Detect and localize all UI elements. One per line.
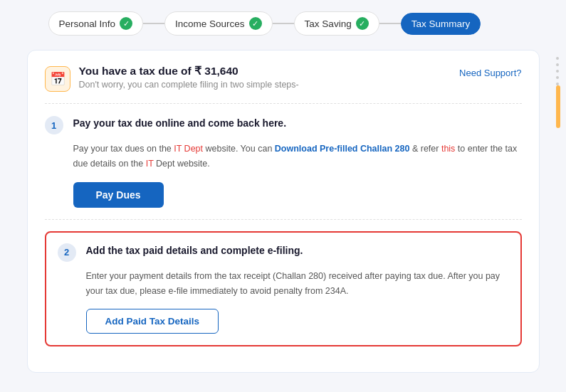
step-personal-info-label: Personal Info — [59, 18, 116, 29]
dot-1 — [556, 57, 559, 60]
pay-dues-button[interactable]: Pay Dues — [73, 182, 164, 208]
step1-body: Pay your tax dues on the IT Dept website… — [45, 142, 522, 208]
step1-download-link[interactable]: Download Pre-filled Challan 280 — [275, 144, 410, 154]
step2-header: 2 Add the tax paid details and complete … — [58, 243, 509, 262]
step-block-2: 2 Add the tax paid details and complete … — [45, 231, 522, 347]
tax-due-title: You have a tax due of ₹ 31,640 — [79, 65, 299, 78]
step-connector-2 — [273, 23, 294, 24]
divider-2 — [45, 219, 522, 220]
step1-header: 1 Pay your tax due online and come back … — [45, 115, 522, 134]
step-tax-summary[interactable]: Tax Summary — [401, 13, 481, 35]
step-tax-saving-label: Tax Saving — [305, 18, 352, 29]
step1-desc: Pay your tax dues on the IT Dept website… — [73, 142, 522, 172]
step-personal-info[interactable]: Personal Info ✓ — [48, 11, 144, 36]
step2-desc: Enter your payment details from the tax … — [86, 269, 509, 300]
dot-4 — [556, 76, 559, 79]
tax-due-info: You have a tax due of ₹ 31,640 Don't wor… — [79, 65, 299, 90]
step-income-sources[interactable]: Income Sources ✓ — [164, 11, 273, 36]
scroll-indicator — [556, 85, 560, 128]
step1-it1: IT Dept — [174, 144, 203, 154]
step-tax-saving[interactable]: Tax Saving ✓ — [294, 11, 379, 36]
step2-number: 2 — [58, 243, 76, 262]
calendar-icon: 📅 — [45, 66, 70, 92]
add-paid-tax-button[interactable]: Add Paid Tax Details — [86, 309, 219, 334]
step-connector-3 — [379, 23, 401, 24]
dot-3 — [556, 70, 559, 73]
step1-it2: IT — [146, 159, 154, 169]
step-income-sources-label: Income Sources — [175, 18, 245, 29]
step1-desc-part2: website. You can — [203, 144, 275, 154]
step2-title: Add the tax paid details and complete e-… — [86, 243, 303, 256]
step1-desc-part5: Dept website. — [154, 159, 210, 169]
step1-title: Pay your tax due online and come back he… — [73, 115, 287, 129]
step-block-1: 1 Pay your tax due online and come back … — [45, 115, 522, 208]
tax-due-sub: Don't worry, you can complete filing in … — [79, 80, 299, 90]
divider-1 — [45, 103, 522, 104]
step-tax-summary-label: Tax Summary — [412, 18, 471, 29]
step1-desc-part1: Pay your tax dues on the — [73, 144, 174, 154]
step1-desc-part3: & refer — [409, 144, 441, 154]
step-tax-saving-check: ✓ — [356, 17, 369, 30]
step-connector-1 — [143, 23, 164, 24]
tax-due-left: 📅 You have a tax due of ₹ 31,640 Don't w… — [45, 65, 299, 92]
need-support-link[interactable]: Need Support? — [459, 65, 521, 78]
tax-due-header: 📅 You have a tax due of ₹ 31,640 Don't w… — [45, 65, 522, 92]
step-personal-info-check: ✓ — [120, 17, 132, 30]
stepper: Personal Info ✓ Income Sources ✓ Tax Sav… — [27, 11, 540, 36]
main-card: 📅 You have a tax due of ₹ 31,640 Don't w… — [27, 50, 540, 373]
step1-number: 1 — [45, 116, 63, 134]
step1-this: this — [441, 144, 455, 154]
dot-2 — [556, 63, 559, 66]
step-income-sources-check: ✓ — [249, 17, 262, 30]
step2-body: Enter your payment details from the tax … — [58, 269, 509, 334]
